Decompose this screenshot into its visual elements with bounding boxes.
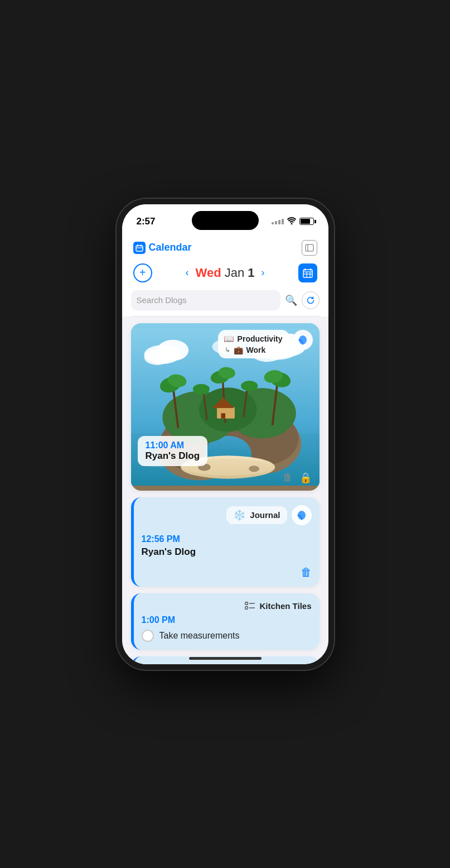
category-badge: 📖 Productivity ↳ 💼 Work bbox=[218, 330, 289, 358]
card-actions: 🗑 🔒 bbox=[283, 472, 312, 484]
journal-time: 12:56 PM bbox=[142, 534, 312, 544]
date-navigation: ‹ Wed Jan 1 › bbox=[186, 266, 265, 280]
search-placeholder: Search Dlogs bbox=[137, 295, 187, 305]
task-row: Take measurements bbox=[142, 630, 312, 642]
svg-rect-45 bbox=[221, 413, 225, 418]
task-header: Kitchen Tiles bbox=[142, 601, 312, 611]
svg-point-16 bbox=[144, 349, 170, 365]
svg-rect-6 bbox=[303, 270, 312, 277]
refresh-button[interactable] bbox=[302, 291, 320, 309]
header-left: Calendar bbox=[133, 242, 192, 254]
svg-rect-43 bbox=[216, 407, 234, 419]
card-journal-inner: ❄️ Journal 12:56 PM bbox=[134, 497, 320, 586]
task-checkbox[interactable] bbox=[142, 630, 154, 642]
book-icon: 📖 bbox=[224, 334, 234, 344]
card-badge-area: 📖 Productivity ↳ 💼 Work bbox=[218, 330, 313, 358]
date-display: Wed Jan 1 bbox=[196, 266, 255, 280]
wifi-icon bbox=[287, 217, 296, 226]
sidebar-toggle-button[interactable] bbox=[302, 240, 317, 256]
task-time: 1:00 PM bbox=[142, 615, 312, 625]
journal-header: ❄️ Journal bbox=[142, 505, 312, 525]
card-productivity[interactable]: 📖 Productivity ↳ 💼 Work bbox=[131, 323, 320, 491]
task-badge-label: Kitchen Tiles bbox=[259, 601, 311, 611]
add-entry-button[interactable]: + bbox=[133, 263, 152, 282]
task-description: Take measurements bbox=[159, 631, 240, 641]
card-journal[interactable]: ❄️ Journal 12:56 PM bbox=[131, 497, 320, 587]
calendar-app-icon bbox=[133, 242, 146, 254]
journal-badge-label: Journal bbox=[250, 510, 280, 520]
battery-icon bbox=[299, 218, 314, 225]
date-number: 1 bbox=[248, 266, 254, 280]
svg-point-47 bbox=[192, 383, 209, 394]
briefcase-icon: 💼 bbox=[234, 346, 243, 354]
arrow-icon: ↳ bbox=[225, 346, 230, 354]
svg-point-52 bbox=[245, 602, 248, 605]
svg-point-54 bbox=[245, 607, 248, 610]
svg-rect-0 bbox=[136, 246, 143, 251]
card-task-inner: Kitchen Tiles 1:00 PM Take measurements bbox=[134, 593, 320, 650]
svg-point-49 bbox=[241, 381, 258, 391]
badge-category: Productivity bbox=[238, 334, 283, 343]
card-task[interactable]: Kitchen Tiles 1:00 PM Take measurements bbox=[131, 593, 320, 650]
status-icons bbox=[272, 217, 314, 226]
svg-point-51 bbox=[249, 466, 259, 472]
date-day: Wed bbox=[196, 266, 221, 280]
next-date-button[interactable]: › bbox=[261, 267, 264, 279]
card-entry-title: Ryan's Dlog bbox=[146, 450, 200, 462]
delete-icon-card1[interactable]: 🗑 bbox=[283, 472, 293, 484]
card-time-title-block: 11:00 AM Ryan's Dlog bbox=[138, 436, 208, 466]
search-row: Search Dlogs 🔍 bbox=[122, 287, 328, 316]
cards-container: 📖 Productivity ↳ 💼 Work bbox=[122, 316, 328, 664]
app-header: Calendar bbox=[122, 234, 328, 260]
app-content: Calendar + ‹ Wed Jan 1 bbox=[122, 234, 328, 664]
leaf-button-card2[interactable] bbox=[292, 505, 312, 525]
snowflake-icon: ❄️ bbox=[233, 509, 245, 521]
badge-subcategory: Work bbox=[246, 346, 266, 354]
leaf-button-card1[interactable] bbox=[293, 330, 313, 350]
journal-category-badge: ❄️ Journal bbox=[226, 506, 287, 524]
status-time: 2:57 bbox=[137, 216, 156, 227]
svg-rect-4 bbox=[306, 244, 313, 251]
date-month: Jan bbox=[225, 266, 244, 280]
lock-icon-card1[interactable]: 🔒 bbox=[299, 472, 312, 484]
app-title: Calendar bbox=[149, 242, 192, 253]
search-bar[interactable]: Search Dlogs bbox=[131, 290, 280, 310]
prev-date-button[interactable]: ‹ bbox=[186, 267, 189, 279]
dynamic-island bbox=[192, 211, 259, 230]
delete-icon-card2[interactable]: 🗑 bbox=[301, 566, 312, 579]
card-entry-time: 11:00 AM bbox=[146, 440, 200, 450]
signal-icon bbox=[272, 219, 284, 224]
search-button[interactable]: 🔍 bbox=[285, 294, 297, 306]
calendar-view-button[interactable] bbox=[298, 263, 317, 282]
home-indicator[interactable] bbox=[189, 657, 262, 660]
journal-title: Ryan's Dlog bbox=[142, 546, 312, 558]
date-nav-row: + ‹ Wed Jan 1 › bbox=[122, 260, 328, 287]
task-category-badge: Kitchen Tiles bbox=[245, 601, 311, 611]
